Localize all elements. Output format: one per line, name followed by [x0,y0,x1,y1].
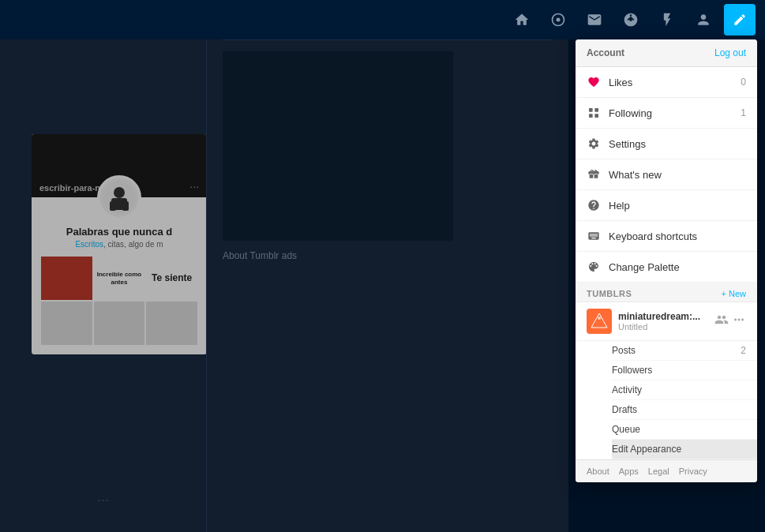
change-palette-label: Change Palette [609,261,746,273]
blog-row: miniaturedream:... Untitled [576,302,757,341]
sidebar-more-button[interactable]: ··· [97,492,109,508]
activity-sub-item[interactable]: Activity [612,380,757,400]
svg-rect-10 [594,108,598,112]
blog-more-icon[interactable] [732,313,746,330]
blog-card-name: Palabras que nunca d [41,226,197,238]
compose-icon[interactable] [724,4,756,36]
person-icon[interactable] [688,4,719,36]
dropdown-footer: About Apps Legal Privacy [576,459,757,482]
help-item[interactable]: Help [576,190,757,221]
drafts-label: Drafts [612,404,637,415]
edit-appearance-sub-item[interactable]: Edit Appearance [612,440,757,459]
svg-rect-12 [594,114,598,118]
followers-sub-item[interactable]: Followers [612,361,757,380]
svg-point-5 [114,187,125,198]
likes-item[interactable]: Likes 0 [576,67,757,98]
following-label: Following [609,107,733,119]
tumblrs-label: Tumblrs [587,289,632,298]
face-icon[interactable] [615,4,647,36]
blog-card-body: Palabras que nunca d Escritos, citas, al… [32,197,207,354]
queue-sub-item[interactable]: Queue [612,420,757,440]
mail-icon[interactable] [579,4,610,36]
svg-point-1 [557,18,561,22]
blog-thumb-3: Te siente [146,257,197,300]
palette-icon [587,260,601,274]
posts-sub-item[interactable]: Posts 2 [612,341,757,361]
account-label: Account [587,47,624,58]
blog-avatar [97,175,141,219]
bolt-icon[interactable] [651,4,683,36]
blog-card-desc: Escritos, citas, algo de m [41,240,197,249]
logout-button[interactable]: Log out [714,47,746,58]
blog-members-icon[interactable] [714,313,729,330]
dropdown-header: Account Log out [576,39,757,67]
keyboard-icon [587,229,601,243]
blog-row-name: miniaturedream:... [618,311,708,322]
following-icon [587,106,601,120]
explore-icon[interactable] [542,4,574,36]
apps-link[interactable]: Apps [619,466,639,476]
svg-rect-9 [589,108,593,112]
change-palette-item[interactable]: Change Palette [576,252,757,283]
likes-label: Likes [609,77,733,88]
help-label: Help [609,200,746,212]
blog-thumb-5 [94,302,145,345]
blog-thumb-4 [41,302,92,345]
svg-rect-11 [589,114,593,118]
blog-row-subtitle: Untitled [618,322,708,332]
likes-count: 0 [741,77,746,88]
following-count: 1 [741,107,746,118]
privacy-link[interactable]: Privacy [679,466,707,476]
svg-rect-8 [122,201,129,211]
keyboard-shortcuts-label: Keyboard shortcuts [609,230,746,242]
blog-posts-grid: Increible como antes Te siente [41,257,197,345]
settings-item[interactable]: Settings [576,129,757,159]
topbar [0,0,765,39]
legal-link[interactable]: Legal [648,466,669,476]
blog-row-avatar [587,309,612,334]
posts-label: Posts [612,345,636,356]
blog-row-actions [714,313,746,330]
new-blog-button[interactable]: + New [722,289,747,298]
heart-icon [587,75,601,89]
gear-icon [587,137,601,151]
nav-icons [506,4,756,36]
following-item[interactable]: Following 1 [576,98,757,129]
tumblrs-header: Tumblrs + New [576,283,757,302]
blog-row-info: miniaturedream:... Untitled [618,311,708,332]
blog-thumb-6 [146,302,197,345]
edit-appearance-label: Edit Appearance [612,444,681,455]
blog-desc-link[interactable]: Escritos [75,240,103,249]
blog-avatar-image [99,178,139,217]
blog-card-header: escribir-para-no-... ··· [32,134,207,197]
question-icon [587,198,601,212]
blog-thumb-1 [41,257,92,300]
drafts-sub-item[interactable]: Drafts [612,400,757,420]
blog-sub-items: Posts 2 Followers Activity Drafts Queue … [576,341,757,459]
sidebar-bottom-actions: ··· [97,492,109,508]
activity-label: Activity [612,384,642,395]
blog-card-menu-button[interactable]: ··· [189,180,199,193]
whats-new-label: What's new [609,169,746,181]
sidebar: escribir-para-no-... ··· Palabras que nu… [0,0,207,532]
keyboard-shortcuts-item[interactable]: Keyboard shortcuts [576,221,757,252]
svg-marker-13 [591,313,607,328]
svg-rect-7 [110,201,116,211]
about-link[interactable]: About [587,466,609,476]
gift-icon [587,167,601,182]
followers-label: Followers [612,365,652,376]
posts-count: 2 [741,345,746,356]
home-icon[interactable] [506,4,538,36]
queue-label: Queue [612,424,640,435]
svg-point-14 [598,317,601,320]
sponsored-area: Sponsored About Tumblr ads [207,0,568,532]
blog-thumb-2: Increible como antes [94,257,145,300]
whats-new-item[interactable]: What's new [576,159,757,190]
sponsored-divider [223,39,553,40]
sponsored-ad-block [223,51,453,241]
about-tumblr-ads-link[interactable]: About Tumblr ads [223,250,553,261]
account-dropdown: Account Log out Likes 0 Following 1 Sett… [576,39,757,482]
settings-label: Settings [609,138,746,150]
blog-card: escribir-para-no-... ··· Palabras que nu… [32,134,207,354]
